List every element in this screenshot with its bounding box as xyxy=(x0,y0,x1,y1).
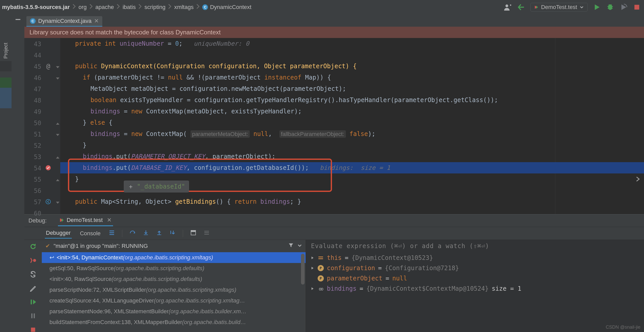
chevron-right-icon[interactable] xyxy=(310,285,315,292)
breadcrumb-xmltags[interactable]: xmltags xyxy=(174,4,194,11)
stack-frame[interactable]: parseStatementNode:96, XMLStatementBuild… xyxy=(42,306,306,317)
code-line: if (parameterObject != null && !(paramet… xyxy=(60,72,644,83)
svg-rect-6 xyxy=(157,235,161,235)
breadcrumb-class[interactable]: DynamicContext xyxy=(210,4,251,11)
editor-tab[interactable]: C DynamicContext.java ✕ xyxy=(26,16,102,27)
run-to-cursor-icon[interactable] xyxy=(169,230,176,237)
code-editor[interactable]: 43 44 45 46 47 48 49 50 51 52 53 54 55 5… xyxy=(24,38,644,214)
chevron-right-icon xyxy=(114,3,123,11)
run-button[interactable] xyxy=(593,3,601,11)
evaluate-icon[interactable] xyxy=(190,230,196,237)
breadcrumb-scripting[interactable]: scripting xyxy=(144,4,165,11)
debugger-tab[interactable]: Debugger xyxy=(45,228,72,239)
chevron-right-icon[interactable] xyxy=(310,254,315,261)
settings-icon[interactable] xyxy=(29,285,37,293)
step-over-icon[interactable] xyxy=(129,230,136,237)
watch-input[interactable]: Evaluate expression (⌘⏎) or add a watch … xyxy=(306,240,644,252)
editor-stack: C DynamicContext.java ✕ Library source d… xyxy=(24,14,644,332)
equals: = xyxy=(345,254,348,261)
line-number: 48 xyxy=(24,95,41,106)
console-tab[interactable]: Console xyxy=(79,229,102,238)
svg-rect-14 xyxy=(318,257,323,257)
close-tab-icon[interactable]: ✕ xyxy=(94,18,99,24)
inline-hint-popup[interactable]: ＋ "_databaseId" xyxy=(124,181,189,192)
rerun-icon[interactable] xyxy=(29,243,37,252)
stop-button[interactable] xyxy=(633,3,641,11)
rail-marker-blue xyxy=(0,88,12,98)
fold-icon[interactable] xyxy=(56,131,60,135)
rail-marker-green xyxy=(0,77,12,88)
stack-frame[interactable]: parseScriptNode:72, XMLScriptBuilder (or… xyxy=(42,285,306,295)
coverage-button[interactable] xyxy=(619,3,628,11)
fold-end-icon[interactable] xyxy=(56,154,60,158)
filter-icon[interactable] xyxy=(288,242,294,250)
code-body[interactable]: private int uniqueNumber = 0; uniqueNumb… xyxy=(60,38,644,214)
frame-text: createSqlSource:44, XMLLanguageDriver xyxy=(49,297,154,304)
project-collapse-strip[interactable] xyxy=(12,14,24,332)
modify-run-icon[interactable] xyxy=(29,257,37,266)
user-icon[interactable] xyxy=(504,3,512,11)
frame-return-icon: ↩ xyxy=(49,254,54,261)
breakpoint-icon[interactable] xyxy=(42,162,54,173)
vcs-update-icon[interactable] xyxy=(517,3,525,11)
fold-end-icon[interactable] xyxy=(56,177,60,181)
debug-body: ✔ "main"@1 in group "main": RUNNING ↩ <i… xyxy=(24,240,644,332)
frame-pkg: (org.apache.ibatis.scripting.xmltags) xyxy=(123,254,213,261)
stack-frame[interactable]: <init>:40, RawSqlSource (org.apache.ibat… xyxy=(42,274,306,285)
run-configuration-selector[interactable]: DemoTest.test xyxy=(530,3,588,12)
debug-toolbar: Debugger Console xyxy=(24,227,644,240)
thread-title: "main"@1 in group "main": RUNNING xyxy=(54,243,148,249)
svg-rect-1 xyxy=(635,5,639,10)
fold-end-icon[interactable] xyxy=(56,120,60,124)
step-out-icon[interactable] xyxy=(156,230,162,237)
implements-gutter-icon[interactable] xyxy=(42,196,54,207)
frame-text: <init>:54, DynamicContext xyxy=(57,254,123,261)
tab-filename: DynamicContext.java xyxy=(38,18,92,24)
breadcrumb-root[interactable]: mybatis-3.5.9-sources.jar xyxy=(2,4,70,11)
resume-icon[interactable] xyxy=(29,298,37,307)
class-icon: C xyxy=(30,18,36,24)
trace-icon[interactable] xyxy=(204,230,210,237)
fold-icon[interactable] xyxy=(56,75,60,79)
debug-session-tab[interactable]: DemoTest.test ✕ xyxy=(58,215,113,226)
variable-row[interactable]: oo bindings = {DynamicContext$ContextMap… xyxy=(306,284,644,294)
line-number: 50 xyxy=(24,118,41,129)
code-line: MetaObject metaObject = configuration.ne… xyxy=(60,83,644,94)
stop-icon[interactable] xyxy=(29,326,37,332)
stack-frame[interactable]: buildStatementFromContext:138, XMLMapper… xyxy=(42,317,306,328)
fold-icon[interactable] xyxy=(56,199,60,203)
override-gutter-icon[interactable]: @ xyxy=(42,61,54,72)
debug-tool-window: Debug: DemoTest.test ✕ Debugger Console xyxy=(24,214,644,332)
step-into-icon[interactable] xyxy=(143,230,149,237)
param-icon: P xyxy=(318,275,324,281)
debug-button[interactable] xyxy=(606,3,614,11)
threads-view-icon[interactable] xyxy=(109,230,115,237)
frame-text: getSql:50, RawSqlSource xyxy=(49,265,114,272)
code-line: private int uniqueNumber = 0; uniqueNumb… xyxy=(60,38,644,49)
breadcrumb-org[interactable]: org xyxy=(78,4,87,11)
chevron-right-icon[interactable] xyxy=(310,265,315,272)
breadcrumb-ibatis[interactable]: ibatis xyxy=(123,4,136,11)
gutter-marks: @ xyxy=(42,38,55,214)
close-icon[interactable]: ✕ xyxy=(107,217,112,223)
code-line: public DynamicContext(Configuration conf… xyxy=(60,61,644,72)
stack-frame[interactable]: getSql:50, RawSqlSource (org.apache.ibat… xyxy=(42,263,306,274)
variable-row[interactable]: this = {DynamicContext@10523} xyxy=(306,253,644,263)
variable-row[interactable]: P configuration = {Configuration@7218} xyxy=(306,263,644,273)
fold-icon[interactable] xyxy=(56,64,60,68)
pause-icon[interactable] xyxy=(29,312,37,321)
variable-row[interactable]: P parameterObject = null xyxy=(306,273,644,284)
breadcrumb-apache[interactable]: apache xyxy=(95,4,114,11)
project-tool-tab[interactable]: Project xyxy=(3,43,9,58)
debug-tab-label: DemoTest.test xyxy=(67,217,103,223)
stack-frame[interactable]: createSqlSource:44, XMLLanguageDriver (o… xyxy=(42,295,306,306)
equals: = xyxy=(386,275,389,282)
var-name: parameterObject xyxy=(327,275,383,282)
hint-value: "_databaseId" xyxy=(137,183,185,190)
update-icon[interactable] xyxy=(29,271,37,279)
scrollbar[interactable] xyxy=(301,254,305,285)
code-line-current: bindings.put(DATABASE_ID_KEY, configurat… xyxy=(60,162,644,173)
expand-chevron-icon[interactable] xyxy=(635,176,640,183)
chevron-down-icon[interactable] xyxy=(297,243,302,249)
stack-frame[interactable]: ↩ <init>:54, DynamicContext (org.apache.… xyxy=(42,252,306,263)
